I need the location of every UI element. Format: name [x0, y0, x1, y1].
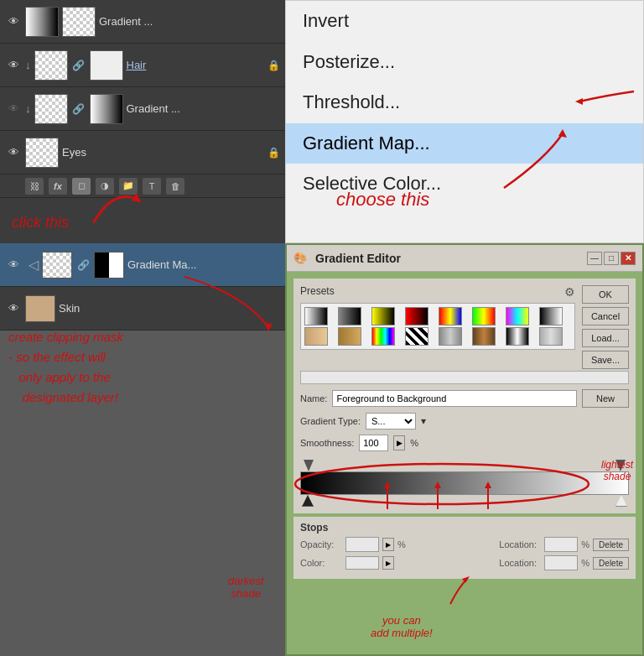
layer-name-gradient-top: Gradient ... [99, 15, 280, 28]
choose-this-label: choose this [336, 189, 429, 211]
presets-grid [304, 307, 571, 346]
menu-item-gradient-map[interactable]: Gradient Map... [286, 123, 643, 164]
top-section: 👁 Gradient ... 👁 ↓ 🔗 Hair 🔒 👁 ↓ 🔗 Gradie… [0, 0, 644, 243]
ok-button[interactable]: OK [582, 285, 629, 304]
preset-swatch-2[interactable] [338, 307, 361, 325]
menu-panel: Invert Posterize... Threshold... Gradien… [285, 0, 644, 243]
color-stop-right[interactable] [615, 495, 627, 507]
layer-row-gradient-top[interactable]: 👁 Gradient ... [0, 0, 285, 44]
preset-swatch-13[interactable] [439, 327, 462, 346]
cancel-button[interactable]: Cancel [582, 307, 629, 325]
opacity-label: Opacity: [300, 539, 342, 549]
location-input-opacity[interactable] [544, 537, 578, 552]
link-btn[interactable]: ⛓ [25, 178, 44, 195]
color-location-input[interactable] [544, 555, 578, 570]
ge-icon: 🎨 [293, 252, 307, 264]
opacity-stepper[interactable]: ▶ [382, 538, 394, 551]
layer-thumb-skin [25, 295, 55, 322]
ge-maximize-btn[interactable]: □ [604, 252, 619, 265]
preset-swatch-stripe[interactable] [405, 327, 428, 346]
menu-item-posterize[interactable]: Posterize... [286, 42, 643, 83]
presets-header: Presets ⚙ [300, 285, 575, 300]
preset-swatch-15[interactable] [506, 327, 529, 346]
preset-swatch-3[interactable] [371, 307, 395, 325]
layer-row-eyes[interactable]: 👁 Eyes 🔒 [0, 131, 285, 174]
layer-eye-hair[interactable]: 👁 [5, 57, 22, 74]
name-input[interactable] [332, 390, 577, 407]
location-label-opacity: Location: [499, 539, 541, 549]
layer-name-hair: Hair [127, 59, 265, 71]
layer-eye-gradient-top[interactable]: 👁 [5, 13, 22, 30]
preset-swatch-8[interactable] [539, 307, 563, 325]
gradient-editor: 🎨 Gradient Editor — □ ✕ Presets ⚙ [285, 243, 644, 656]
location-pct-opacity: % [581, 539, 589, 549]
preset-swatch-1[interactable] [304, 307, 328, 325]
click-arrow-svg [84, 169, 151, 228]
opacity-pct: % [397, 539, 406, 549]
layer-thumb-gma [94, 252, 124, 279]
layer-row-hair[interactable]: 👁 ↓ 🔗 Hair 🔒 [0, 44, 285, 87]
name-label: Name: [300, 393, 327, 403]
layer-thumb-hair [90, 50, 123, 81]
preset-swatch-6[interactable] [472, 307, 496, 325]
presets-gear-icon[interactable]: ⚙ [564, 285, 575, 299]
layer-name-gradient2: Gradient ... [127, 102, 281, 115]
opacity-input[interactable] [345, 537, 379, 552]
color-swatch[interactable] [345, 556, 379, 570]
link-icon-gradient2: 🔗 [71, 102, 86, 117]
smoothness-label: Smoothness: [300, 438, 354, 448]
clip-indicator: ◁ [29, 257, 39, 273]
preset-swatch-16[interactable] [539, 327, 563, 346]
new-button[interactable]: New [582, 389, 629, 408]
arrow-icon2: ↓ [25, 102, 31, 115]
ge-titlebar: 🎨 Gradient Editor — □ ✕ [287, 245, 642, 272]
menu-item-invert[interactable]: Invert [286, 1, 643, 42]
add-multiple-label: you canadd multiple! [371, 614, 433, 639]
click-this-label: click this [12, 214, 69, 232]
layer-thumb-gma-mask [42, 252, 72, 279]
fx-btn[interactable]: fx [49, 178, 67, 195]
ge-inner: Presets ⚙ [293, 279, 636, 513]
layer-eye-gradient2[interactable]: 👁 [5, 101, 22, 117]
trash-btn[interactable]: 🗑 [166, 178, 184, 195]
color-stepper[interactable]: ▶ [382, 556, 394, 570]
load-button[interactable]: Load... [582, 329, 629, 347]
gradient-type-select[interactable]: S... Noise [366, 413, 416, 430]
preset-swatch-9[interactable] [304, 327, 328, 346]
layer-eye-skin[interactable]: 👁 [5, 300, 22, 317]
gradient-bar[interactable] [300, 471, 629, 495]
layer-thumb-hair-mask [34, 50, 68, 81]
save-button[interactable]: Save... [582, 351, 629, 369]
layer-row-gradient2[interactable]: 👁 ↓ 🔗 Gradient ... [0, 87, 285, 131]
preset-swatch-rainbow[interactable] [371, 327, 395, 346]
ge-minimize-btn[interactable]: — [587, 252, 602, 265]
preset-swatch-5[interactable] [439, 307, 462, 325]
dropdown-arrow-icon: ▾ [421, 415, 426, 427]
link-icon-hair: 🔗 [71, 58, 86, 73]
layer-lock-eyes: 🔒 [267, 147, 280, 159]
opacity-stop-left[interactable] [304, 460, 314, 471]
color-stop-left[interactable] [302, 495, 314, 507]
layer-eye-gradient-ma[interactable]: 👁 [5, 257, 22, 273]
lightest-shade-label: lightestshade [588, 459, 644, 482]
preset-swatch-7[interactable] [506, 307, 529, 325]
layer-thumb-gradient2 [90, 94, 123, 124]
preset-swatch-10[interactable] [338, 327, 361, 346]
darkest-shade-label: darkestshade [228, 575, 264, 600]
bottom-section: 👁 ◁ 🔗 Gradient Ma... 👁 Skin create clipp… [0, 243, 644, 656]
layers-panel-top: 👁 Gradient ... 👁 ↓ 🔗 Hair 🔒 👁 ↓ 🔗 Gradie… [0, 0, 285, 243]
smoothness-input[interactable] [359, 435, 388, 451]
gradient-bar-area [300, 460, 629, 507]
choose-arrow [496, 125, 579, 192]
preset-swatch-4[interactable] [405, 307, 428, 325]
presets-left: Presets ⚙ [300, 285, 575, 350]
color-stop-row: Color: ▶ Location: % Delete [300, 555, 629, 570]
layer-thumb-gradient-top [25, 7, 59, 37]
layer-name-eyes: Eyes [62, 146, 264, 159]
ge-close-btn[interactable]: ✕ [621, 252, 636, 265]
delete-btn-opacity[interactable]: Delete [593, 539, 629, 551]
delete-btn-color[interactable]: Delete [593, 557, 629, 570]
smoothness-stepper[interactable]: ▶ [393, 435, 405, 450]
layer-eye-eyes[interactable]: 👁 [5, 144, 22, 161]
preset-swatch-14[interactable] [472, 327, 496, 346]
